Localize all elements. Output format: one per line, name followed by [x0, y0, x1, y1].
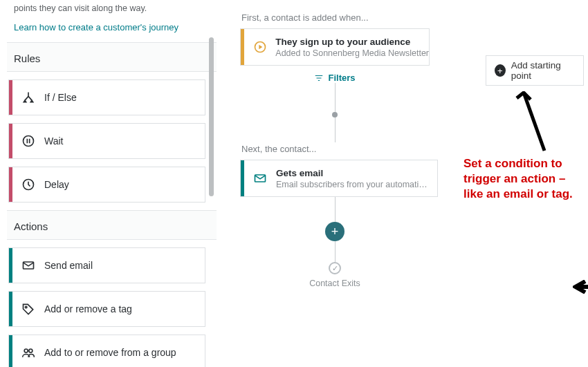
connector-line	[335, 241, 336, 262]
filters-icon	[314, 73, 324, 83]
play-icon	[244, 29, 275, 65]
split-icon	[12, 91, 44, 104]
tag-icon	[12, 302, 44, 316]
svg-point-3	[25, 306, 27, 308]
connector	[240, 83, 430, 142]
sidebar-intro: points they can visit along the way.	[7, 0, 217, 18]
action-node-title: Gets email	[276, 168, 432, 178]
action-node-sub: Email subscribers from your automation .…	[276, 180, 432, 189]
rule-label: Wait	[44, 135, 63, 147]
start-node-title: They sign up to your audience	[275, 37, 429, 47]
plus-icon: +	[495, 64, 506, 77]
rule-label: Delay	[44, 179, 69, 190]
filters-button[interactable]: Filters	[240, 73, 430, 83]
envelope-icon	[244, 160, 276, 196]
sidebar: points they can visit along the way. Lea…	[0, 0, 217, 367]
exit-label: Contact Exits	[309, 279, 360, 288]
envelope-icon	[12, 258, 44, 272]
action-label: Add or remove a tag	[44, 303, 132, 314]
pause-icon	[12, 134, 44, 148]
annotation-arrow-icon	[573, 280, 588, 294]
start-node-sub: Added to Sonnenberg Media Newsletter	[275, 48, 429, 58]
journey-canvas: First, a contact is added when... They s…	[217, 0, 588, 367]
action-item-tag[interactable]: Add or remove a tag	[8, 291, 205, 327]
connector-line	[335, 83, 336, 112]
exit-icon: ✓	[329, 262, 341, 274]
sidebar-scrollbar[interactable]	[209, 37, 214, 196]
connector-line	[335, 117, 336, 142]
actions-heading: Actions	[7, 210, 217, 240]
action-label: Send email	[44, 260, 93, 271]
connector-dot	[332, 112, 338, 117]
clock-icon	[12, 178, 44, 191]
learn-link[interactable]: Learn how to create a customer's journey	[7, 18, 217, 42]
rule-item-wait[interactable]: Wait	[8, 123, 205, 159]
add-starting-point-button[interactable]: + Add starting point	[486, 55, 584, 86]
action-item-send-email[interactable]: Send email	[8, 247, 205, 283]
connector: + ✓ Contact Exits	[240, 197, 430, 288]
svg-point-4	[24, 349, 28, 352]
group-icon	[12, 346, 44, 359]
start-caption: First, a contact is added when...	[241, 12, 578, 23]
connector-line	[335, 197, 336, 222]
add-action-button[interactable]: +	[325, 222, 344, 241]
filters-label: Filters	[328, 73, 355, 83]
action-item-group[interactable]: Add to or remove from a group	[8, 335, 205, 368]
svg-point-5	[29, 349, 33, 352]
add-start-label: Add starting point	[511, 60, 575, 81]
action-label: Add to or remove from a group	[44, 347, 176, 358]
rule-item-delay[interactable]: Delay	[8, 167, 205, 203]
annotation-text: Set a condition to trigger an action – l…	[463, 156, 582, 202]
rule-item-if-else[interactable]: If / Else	[8, 79, 205, 115]
rule-label: If / Else	[44, 92, 77, 103]
action-node[interactable]: Gets email Email subscribers from your a…	[240, 160, 438, 197]
check-icon: ✓	[332, 264, 338, 273]
svg-point-0	[24, 135, 34, 146]
start-node[interactable]: They sign up to your audience Added to S…	[240, 28, 430, 66]
rules-heading: Rules	[7, 42, 217, 72]
plus-icon: +	[331, 225, 339, 239]
annotation-arrow-icon	[515, 91, 553, 155]
